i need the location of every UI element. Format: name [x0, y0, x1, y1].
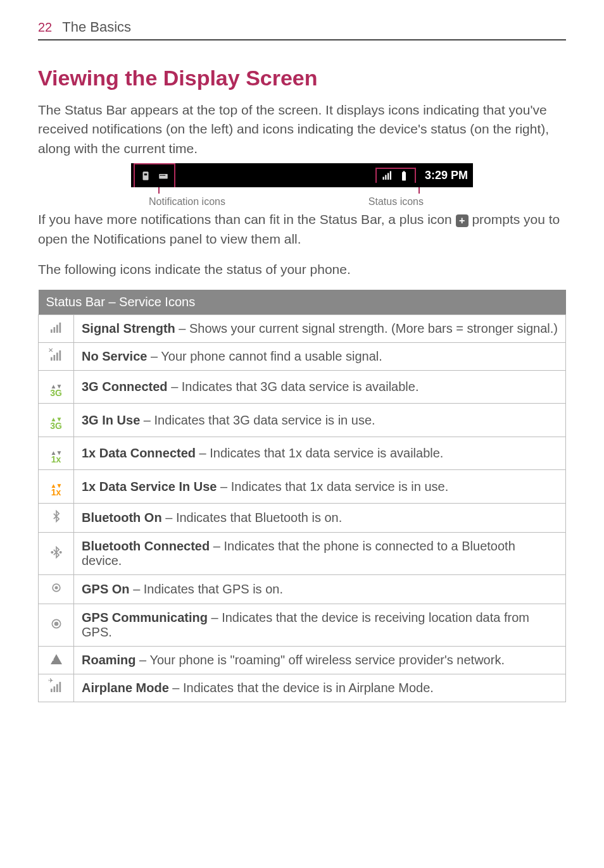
section-title: The Basics	[62, 19, 131, 35]
bt-conn-icon	[39, 533, 74, 575]
description-cell: GPS Communicating – Indicates that the d…	[74, 604, 566, 647]
description-cell: GPS On – Indicates that GPS is on.	[74, 575, 566, 604]
table-row: Bluetooth On – Indicates that Bluetooth …	[39, 504, 566, 533]
status-area	[375, 168, 416, 183]
status-area-wrapper: 3:29 PM	[375, 168, 470, 183]
svg-rect-9	[387, 173, 389, 180]
description-cell: Airplane Mode – Indicates that the devic…	[74, 674, 566, 702]
svg-rect-18	[53, 355, 55, 361]
svg-point-24	[55, 586, 57, 588]
table-row: Bluetooth Connected – Indicates that the…	[39, 533, 566, 575]
plus-icon: +	[456, 214, 469, 227]
3g-conn-icon: ▲▼3G	[39, 370, 74, 404]
roaming-icon	[39, 647, 74, 674]
svg-rect-17	[51, 357, 53, 360]
clock: 3:29 PM	[422, 169, 470, 182]
svg-rect-27	[51, 689, 53, 692]
svg-rect-30	[59, 682, 61, 692]
description-cell: Bluetooth Connected – Indicates that the…	[74, 533, 566, 575]
statusbar-figure: 3:29 PM Notification icons Status icons	[131, 163, 473, 208]
table-row: GPS Communicating – Indicates that the d…	[39, 604, 566, 647]
table-row: Signal Strength – Shows your current sig…	[39, 314, 566, 342]
description-cell: Signal Strength – Shows your current sig…	[74, 314, 566, 342]
svg-rect-12	[403, 171, 405, 173]
table-row: ▲▼3G3G In Use – Indicates that 3G data s…	[39, 404, 566, 437]
svg-rect-20	[59, 350, 61, 360]
table-row: ▲▼1x1x Data Connected – Indicates that 1…	[39, 437, 566, 470]
svg-rect-7	[382, 177, 384, 180]
page-title: Viewing the Display Screen	[38, 66, 566, 90]
page-header: 22 The Basics	[38, 19, 566, 40]
gps-comm-icon	[39, 604, 74, 647]
svg-rect-16	[59, 322, 61, 332]
keyboard-icon	[158, 170, 169, 182]
3g-use-icon: ▲▼3G	[39, 404, 74, 437]
no-service-icon: ✕	[39, 342, 74, 370]
description-cell: 3G In Use – Indicates that 3G data servi…	[74, 404, 566, 437]
svg-rect-1	[144, 174, 148, 176]
description-cell: 1x Data Connected – Indicates that 1x da…	[74, 437, 566, 470]
description-cell: 1x Data Service In Use – Indicates that …	[74, 470, 566, 504]
signal-icon	[382, 170, 393, 182]
table-row: ▲▼1x1x Data Service In Use – Indicates t…	[39, 470, 566, 504]
caption-notification: Notification icons	[149, 196, 225, 208]
svg-rect-28	[53, 686, 55, 692]
svg-point-26	[54, 621, 58, 626]
svg-rect-6	[165, 175, 166, 177]
svg-rect-8	[385, 175, 386, 180]
svg-rect-10	[390, 171, 391, 180]
svg-rect-13	[51, 329, 53, 332]
battery-icon	[398, 170, 410, 182]
signal-icon	[39, 314, 74, 342]
table-row: ✕No Service – Your phone cannot find a u…	[39, 342, 566, 370]
table-row: ▲▼3G3G Connected – Indicates that 3G dat…	[39, 370, 566, 404]
figure-captions: Notification icons Status icons	[131, 196, 473, 208]
lead-in-paragraph: The following icons indicate the status …	[38, 260, 566, 279]
service-icons-table: Status Bar – Service Icons Signal Streng…	[38, 290, 566, 702]
para2-text-a: If you have more notifications than can …	[38, 212, 456, 226]
notification-area	[134, 163, 175, 187]
svg-rect-14	[53, 327, 55, 333]
sim-icon	[140, 170, 151, 182]
description-cell: Roaming – Your phone is "roaming" off wi…	[74, 647, 566, 674]
gps-on-icon	[39, 575, 74, 604]
description-cell: No Service – Your phone cannot find a us…	[74, 342, 566, 370]
svg-rect-4	[161, 175, 163, 177]
svg-point-22	[60, 551, 61, 553]
1x-use-icon: ▲▼1x	[39, 470, 74, 504]
svg-rect-2	[159, 174, 168, 179]
table-row: Roaming – Your phone is "roaming" off wi…	[39, 647, 566, 674]
svg-rect-5	[163, 175, 164, 177]
statusbar-mock: 3:29 PM	[131, 163, 473, 187]
description-cell: Bluetooth On – Indicates that Bluetooth …	[74, 504, 566, 533]
svg-rect-29	[56, 684, 58, 692]
svg-rect-15	[56, 325, 58, 333]
svg-point-21	[51, 551, 53, 553]
table-header: Status Bar – Service Icons	[39, 290, 566, 315]
svg-rect-19	[56, 352, 58, 361]
bt-on-icon	[39, 504, 74, 533]
svg-rect-11	[402, 172, 406, 181]
table-row: ✈Airplane Mode – Indicates that the devi…	[39, 674, 566, 702]
caption-status: Status icons	[368, 196, 424, 208]
airplane-icon: ✈	[39, 674, 74, 702]
description-cell: 3G Connected – Indicates that 3G data se…	[74, 370, 566, 404]
svg-rect-3	[160, 175, 161, 177]
table-row: GPS On – Indicates that GPS is on.	[39, 575, 566, 604]
page-number: 22	[38, 20, 52, 35]
1x-conn-icon: ▲▼1x	[39, 437, 74, 470]
intro-paragraph: The Status Bar appears at the top of the…	[38, 101, 566, 158]
svg-rect-0	[143, 172, 149, 181]
plus-icon-paragraph: If you have more notifications than can …	[38, 210, 566, 249]
